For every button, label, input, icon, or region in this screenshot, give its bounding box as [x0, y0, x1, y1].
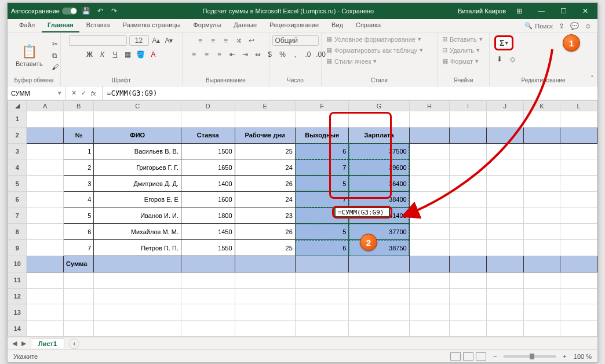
cell[interactable] — [450, 304, 487, 321]
name-box[interactable]: СУММ▾ — [8, 86, 65, 100]
cell[interactable] — [560, 208, 597, 224]
cell[interactable] — [486, 288, 523, 304]
cond-format-button[interactable]: ▦ Условное форматирование ▾ — [326, 35, 421, 43]
col-header[interactable]: C — [94, 101, 181, 111]
cell[interactable] — [486, 111, 523, 128]
cell[interactable] — [560, 224, 597, 240]
cell[interactable]: 41400 — [349, 208, 409, 224]
align-top-icon[interactable]: ≡ — [195, 35, 206, 46]
cell[interactable] — [560, 159, 597, 176]
cell[interactable] — [409, 288, 449, 304]
cell[interactable] — [27, 321, 64, 337]
cell[interactable] — [235, 321, 295, 337]
search-box[interactable]: 🔍 Поиск — [524, 22, 552, 30]
cell[interactable]: Петров П. П. — [94, 240, 181, 256]
cell[interactable] — [94, 256, 181, 272]
cell[interactable]: 25 — [235, 143, 295, 159]
cell[interactable] — [27, 111, 64, 128]
cell[interactable] — [409, 240, 449, 256]
number-format-dropdown[interactable]: Общий — [272, 35, 319, 46]
cell[interactable] — [181, 272, 235, 288]
percent-icon[interactable]: % — [278, 49, 288, 60]
col-header[interactable]: F — [295, 101, 349, 111]
grid-area[interactable]: ◢ A B C D E F G H I J K L 12№ФИОСтавкаРа… — [8, 100, 597, 337]
tab-file[interactable]: Файл — [13, 19, 41, 32]
cell[interactable]: 1600 — [181, 191, 235, 208]
cell[interactable] — [27, 127, 64, 143]
zoom-slider[interactable] — [504, 355, 556, 358]
cell[interactable] — [409, 176, 449, 192]
cell[interactable] — [486, 321, 523, 337]
col-header[interactable]: A — [27, 101, 64, 111]
col-header[interactable]: B — [64, 101, 94, 111]
cell[interactable]: Выходные — [295, 127, 349, 143]
col-header[interactable]: L — [560, 101, 597, 111]
sheet-nav-prev-icon[interactable]: ◀ — [12, 340, 17, 347]
cell[interactable] — [349, 321, 409, 337]
cell[interactable]: ФИО — [94, 127, 181, 143]
cell[interactable] — [409, 224, 449, 240]
cell[interactable] — [486, 176, 523, 192]
col-header[interactable]: K — [523, 101, 560, 111]
cell[interactable] — [27, 159, 64, 176]
cell[interactable]: Григорьев Г. Г. — [94, 159, 181, 176]
cell[interactable] — [523, 191, 560, 208]
cell[interactable] — [27, 256, 64, 272]
cell[interactable] — [295, 272, 349, 288]
cell[interactable] — [486, 191, 523, 208]
paste-button[interactable]: 📋 Вставить — [12, 43, 46, 68]
cell[interactable] — [235, 111, 295, 128]
cell[interactable] — [27, 176, 64, 192]
font-size-dropdown[interactable]: 12 — [129, 35, 149, 46]
cell[interactable] — [486, 208, 523, 224]
cell[interactable] — [409, 272, 449, 288]
cell[interactable] — [181, 304, 235, 321]
cell[interactable] — [560, 143, 597, 159]
cell[interactable]: 36400 — [349, 176, 409, 192]
cell[interactable]: 7 — [64, 240, 94, 256]
cell[interactable]: 24 — [235, 159, 295, 176]
bold-button[interactable]: Ж — [85, 49, 95, 60]
cell[interactable] — [450, 127, 487, 143]
comma-icon[interactable]: , — [290, 49, 301, 60]
cell[interactable] — [523, 176, 560, 192]
cell[interactable] — [349, 272, 409, 288]
cell-styles-button[interactable]: ▦ Стили ячеек ▾ — [326, 57, 377, 65]
cell[interactable]: 1 — [64, 143, 94, 159]
col-header[interactable]: G — [349, 101, 409, 111]
cell[interactable] — [450, 240, 487, 256]
view-pagelayout-icon[interactable] — [463, 352, 473, 361]
cell[interactable]: 26 — [235, 176, 295, 192]
cell[interactable] — [409, 143, 449, 159]
borders-icon[interactable]: ▦ — [123, 49, 133, 60]
cell[interactable]: 7 — [295, 159, 349, 176]
cell[interactable] — [560, 127, 597, 143]
cell[interactable] — [409, 127, 449, 143]
col-header[interactable]: H — [409, 101, 449, 111]
cell[interactable] — [523, 127, 560, 143]
cell[interactable] — [235, 256, 295, 272]
cell[interactable] — [450, 191, 487, 208]
cell[interactable]: 38750 — [349, 240, 409, 256]
cell[interactable]: 7 — [295, 191, 349, 208]
cell[interactable] — [64, 288, 94, 304]
cell[interactable] — [450, 111, 487, 128]
zoom-in-icon[interactable]: + — [563, 353, 566, 360]
cell[interactable] — [523, 208, 560, 224]
redo-icon[interactable]: ↷ — [110, 6, 119, 16]
align-mid-icon[interactable]: ≡ — [208, 35, 218, 46]
add-sheet-button[interactable]: + — [69, 338, 79, 349]
cell[interactable] — [64, 111, 94, 128]
cell[interactable] — [560, 272, 597, 288]
cell[interactable]: 1800 — [181, 208, 235, 224]
cell[interactable]: 6 — [295, 240, 349, 256]
cell[interactable] — [450, 208, 487, 224]
cell[interactable] — [560, 111, 597, 128]
close-icon[interactable]: ✕ — [577, 3, 594, 19]
row-header[interactable]: 12 — [8, 288, 27, 304]
cell[interactable] — [560, 240, 597, 256]
currency-icon[interactable]: $ — [265, 49, 275, 60]
cell[interactable]: 1550 — [181, 240, 235, 256]
cell[interactable]: 25 — [235, 240, 295, 256]
cell[interactable] — [349, 304, 409, 321]
